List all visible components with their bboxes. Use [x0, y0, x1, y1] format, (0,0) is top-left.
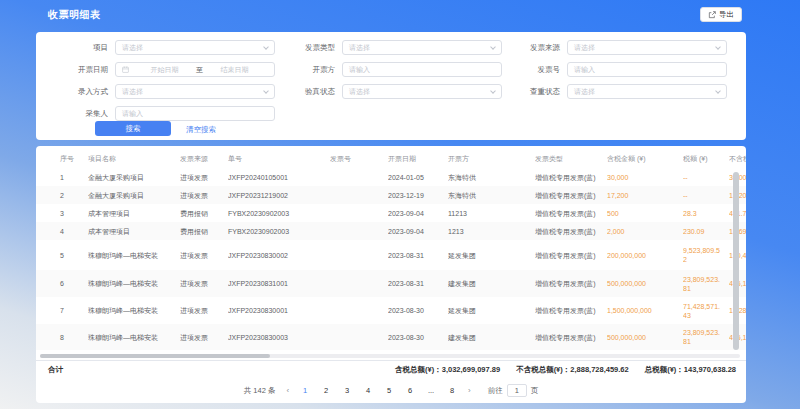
input-placeholder: 请输入 — [122, 109, 143, 119]
filter-entry-method: 录入方式 请选择 — [48, 84, 275, 99]
input-placeholder: 请输入 — [574, 65, 595, 75]
pagination: 共 142 条 ‹ 123456...8 › 前往 页 — [36, 384, 746, 397]
filter-label: 开票方 — [275, 65, 335, 75]
filter-label: 查重状态 — [500, 87, 560, 97]
page-button[interactable]: 3 — [342, 386, 352, 395]
table-cell: 500,000,000 — [607, 279, 683, 288]
table-cell: 增值税专用发票(蓝) — [535, 279, 607, 288]
table-cell: 增值税专用发票(蓝) — [535, 333, 607, 342]
table-cell: 增值税专用发票(蓝) — [535, 209, 607, 218]
table-cell: 2024-01-05 — [388, 173, 448, 182]
table-cell: 进项发票 — [180, 173, 228, 182]
table-cell: 71,428,571.43 — [683, 302, 729, 320]
table-cell: 珠穆朗玛峰—电梯安装 — [88, 279, 180, 288]
page-button[interactable]: 6 — [405, 386, 415, 395]
table-cell: -- — [683, 191, 729, 200]
table-cell: 东海特供 — [448, 173, 535, 182]
invoice-source-select[interactable]: 请选择 — [567, 40, 727, 55]
table-cell: JXFP20240105001 — [228, 173, 330, 182]
page-button[interactable]: 2 — [321, 386, 331, 395]
export-label: 导出 — [719, 10, 734, 20]
verify-status-select[interactable]: 请选择 — [342, 84, 502, 99]
jump-prefix: 前往 — [488, 386, 503, 396]
filter-panel: 项目 请选择 发票类型 请选择 发票来源 请选择 开票日期 开始日期 至 结束日… — [36, 32, 746, 140]
column-header: 开票日期 — [388, 154, 448, 163]
table-cell: 6 — [36, 279, 88, 288]
invoice-date-range-picker[interactable]: 开始日期 至 结束日期 — [115, 62, 275, 77]
clear-search-link[interactable]: 清空搜索 — [186, 125, 216, 135]
filter-label: 验真状态 — [275, 87, 335, 97]
summary-items: 含税总额(¥)：3,032,699,097.89不含税总额(¥)：2,888,7… — [395, 365, 736, 375]
filter-invoice-no: 发票号 请输入 — [500, 62, 727, 77]
table-cell: FYBX20230902003 — [228, 227, 330, 236]
date-separator: 至 — [196, 65, 203, 75]
chevron-down-icon — [715, 44, 721, 50]
table-row: 5珠穆朗玛峰—电梯安装进项发票JXFP202308300022023-08-31… — [36, 240, 746, 270]
table-cell: 增值税专用发票(蓝) — [535, 191, 607, 200]
chevron-down-icon — [490, 44, 496, 50]
table-cell: 珠穆朗玛峰—电梯安装 — [88, 333, 180, 342]
filter-label: 录入方式 — [48, 87, 108, 97]
page-jump-input[interactable] — [507, 384, 527, 397]
page-jumper: 前往 页 — [488, 384, 539, 397]
table-cell: 费用报销 — [180, 227, 228, 236]
dup-status-select[interactable]: 请选择 — [567, 84, 727, 99]
horizontal-scrollbar-thumb[interactable] — [40, 354, 270, 358]
invoice-no-input[interactable]: 请输入 — [567, 62, 727, 77]
project-select[interactable]: 请选择 — [115, 40, 275, 55]
page-button[interactable]: 8 — [447, 386, 457, 395]
jump-suffix: 页 — [531, 386, 539, 396]
table-row: 6珠穆朗玛峰—电梯安装进项发票JXFP202308310012023-08-31… — [36, 270, 746, 297]
table-row: 1金融大厦采购项目进项发票JXFP202401050012024-01-05东海… — [36, 168, 746, 186]
page-ellipsis[interactable]: ... — [426, 386, 436, 395]
chevron-down-icon — [715, 88, 721, 94]
invoice-table-panel: 序号项目名称发票来源单号发票号开票日期开票方发票类型含税金额 (¥)税额 (¥)… — [36, 146, 746, 403]
table-cell: -- — [683, 173, 729, 182]
table-cell: FYBX20230902003 — [228, 209, 330, 218]
table-cell: 2023-08-31 — [388, 251, 448, 260]
input-placeholder: 请输入 — [349, 65, 370, 75]
page-button[interactable]: 4 — [363, 386, 373, 395]
chevron-down-icon — [490, 88, 496, 94]
table-cell: 2023-09-04 — [388, 227, 448, 236]
table-row: 7珠穆朗玛峰—电梯安装进项发票JXFP202308300012023-08-30… — [36, 297, 746, 324]
entry-method-select[interactable]: 请选择 — [115, 84, 275, 99]
filter-label: 发票号 — [500, 65, 560, 75]
filter-label: 开票日期 — [48, 65, 108, 75]
prev-page-button[interactable]: ‹ — [286, 386, 289, 395]
search-button[interactable]: 搜索 — [95, 121, 171, 136]
table-cell: 增值税专用发票(蓝) — [535, 251, 607, 260]
filter-issuer: 开票方 请输入 — [275, 62, 502, 77]
table-cell: 23,809,523.81 — [683, 275, 729, 293]
table-cell: JXFP20230830002 — [228, 251, 330, 260]
table-cell: 2023-12-19 — [388, 191, 448, 200]
table-cell: 4 — [36, 227, 88, 236]
table-cell: 28.3 — [683, 209, 729, 218]
table-cell: 增值税专用发票(蓝) — [535, 227, 607, 236]
issuer-input[interactable]: 请输入 — [342, 62, 502, 77]
table-cell: 500 — [607, 209, 683, 218]
table-cell: 1213 — [448, 227, 535, 236]
vertical-scrollbar-thumb[interactable] — [733, 172, 739, 350]
page-button[interactable]: 5 — [384, 386, 394, 395]
summary-item: 不含税总额(¥)：2,888,728,459.62 — [516, 365, 629, 375]
select-placeholder: 请选择 — [122, 43, 143, 53]
next-page-button[interactable]: › — [468, 386, 471, 395]
filter-project: 项目 请选择 — [48, 40, 275, 55]
column-header: 发票来源 — [180, 154, 228, 163]
table-cell: 金融大厦采购项目 — [88, 191, 180, 200]
filter-label: 发票类型 — [275, 43, 335, 53]
export-icon — [708, 11, 716, 19]
table-row: 4成本管理项目费用报销FYBX202309020032023-09-041213… — [36, 222, 746, 240]
collector-input[interactable]: 请输入 — [115, 106, 275, 121]
page-button[interactable]: 1 — [300, 386, 310, 395]
filter-label: 采集人 — [48, 109, 108, 119]
table-cell: 200,000,000 — [607, 251, 683, 260]
export-button[interactable]: 导出 — [700, 7, 742, 22]
table-cell: 17,200 — [607, 191, 683, 200]
table-body: 1金融大厦采购项目进项发票JXFP202401050012024-01-05东海… — [36, 168, 746, 350]
table-cell: 费用报销 — [180, 209, 228, 218]
filter-dup-status: 查重状态 请选择 — [500, 84, 727, 99]
column-header: 开票方 — [448, 154, 535, 163]
invoice-type-select[interactable]: 请选择 — [342, 40, 502, 55]
